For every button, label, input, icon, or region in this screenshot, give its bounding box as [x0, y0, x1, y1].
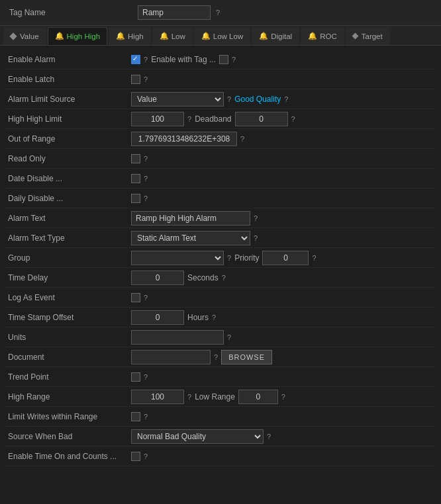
tab-digital-label: Digital: [271, 32, 292, 40]
label-limit-writes: Limit Writes within Range: [5, 412, 131, 421]
control-date-disable: ?: [131, 174, 436, 183]
bell-icon-r: 🔔: [308, 32, 317, 40]
out-of-range-q[interactable]: ?: [240, 135, 244, 143]
input-deadband[interactable]: [235, 112, 288, 126]
input-high-high-limit[interactable]: [131, 112, 184, 126]
row-alarm-text: Alarm Text ?: [5, 208, 436, 228]
enable-alarm-q[interactable]: ?: [144, 56, 148, 63]
priority-q[interactable]: ?: [312, 254, 316, 262]
checkbox-enable-alarm[interactable]: [131, 55, 140, 64]
label-enable-latch: Enable Latch: [5, 75, 131, 84]
control-time-delay: Seconds ?: [131, 271, 436, 285]
alarm-text-type-q[interactable]: ?: [254, 234, 258, 242]
tab-low[interactable]: 🔔 Low: [152, 27, 193, 45]
select-alarm-text-type[interactable]: Static Alarm Text Dynamic Alarm Text: [131, 231, 250, 245]
tab-low-low-label: Low Low: [213, 32, 243, 40]
select-group[interactable]: [131, 251, 224, 265]
deadband-q[interactable]: ?: [291, 115, 295, 123]
tag-name-input[interactable]: [138, 5, 211, 20]
tab-high-label: High: [128, 32, 144, 40]
date-disable-q[interactable]: ?: [144, 175, 148, 183]
control-read-only: ?: [131, 154, 436, 163]
control-alarm-text: ?: [131, 211, 436, 226]
tab-target[interactable]: Target: [346, 27, 390, 45]
select-source-when-bad[interactable]: Normal Bad Quality Last Known Value Spec…: [131, 429, 264, 444]
source-when-bad-q[interactable]: ?: [267, 433, 271, 441]
input-low-range[interactable]: [238, 390, 278, 404]
control-enable-latch: ?: [131, 75, 436, 84]
label-enable-time-on: Enable Time On and Counts ...: [5, 452, 131, 461]
checkbox-daily-disable[interactable]: [131, 194, 140, 203]
good-quality-q[interactable]: ?: [284, 95, 288, 103]
label-time-delay: Time Delay: [5, 273, 131, 282]
read-only-q[interactable]: ?: [144, 155, 148, 163]
daily-disable-q[interactable]: ?: [144, 194, 148, 202]
input-document[interactable]: [131, 350, 211, 364]
tab-value-label: Value: [20, 32, 39, 40]
checkbox-enable-time-on[interactable]: [131, 452, 140, 461]
input-units[interactable]: [131, 330, 224, 345]
enable-latch-q[interactable]: ?: [144, 75, 148, 83]
bell-icon-h: 🔔: [116, 32, 125, 40]
tab-low-label: Low: [172, 32, 185, 40]
document-q[interactable]: ?: [214, 353, 218, 361]
alarm-limit-source-q[interactable]: ?: [227, 95, 231, 103]
control-limit-writes: ?: [131, 412, 436, 421]
hours-label: Hours: [187, 313, 209, 322]
control-out-of-range: ?: [131, 132, 436, 146]
checkbox-read-only[interactable]: [131, 154, 140, 163]
checkbox-date-disable[interactable]: [131, 174, 140, 183]
priority-label: Priority: [234, 253, 259, 263]
enable-with-tag-q[interactable]: ?: [232, 56, 236, 63]
row-trend-point: Trend Point ?: [5, 367, 436, 387]
tab-low-low[interactable]: 🔔 Low Low: [194, 27, 250, 45]
tag-name-question[interactable]: ?: [216, 9, 220, 17]
browse-button[interactable]: BROWSE: [221, 350, 272, 364]
checkbox-trend-point[interactable]: [131, 372, 140, 382]
high-high-limit-q[interactable]: ?: [187, 115, 191, 123]
input-out-of-range[interactable]: [131, 132, 237, 146]
label-date-disable: Date Disable ...: [5, 174, 131, 183]
tab-digital[interactable]: 🔔 Digital: [252, 27, 299, 45]
group-q[interactable]: ?: [227, 254, 231, 262]
tab-high-high[interactable]: 🔔 High High: [48, 27, 108, 45]
input-timestamp-offset[interactable]: [131, 310, 184, 325]
checkbox-enable-latch[interactable]: [131, 75, 140, 84]
alarm-text-q[interactable]: ?: [254, 214, 258, 222]
row-high-range: High Range ? Low Range ?: [5, 387, 436, 407]
checkbox-limit-writes[interactable]: [131, 412, 140, 421]
input-time-delay[interactable]: [131, 271, 184, 285]
tab-roc[interactable]: 🔔 ROC: [301, 27, 344, 45]
label-read-only: Read Only: [5, 154, 131, 163]
good-quality-label[interactable]: Good Quality: [234, 95, 281, 104]
label-trend-point: Trend Point: [5, 372, 131, 382]
tab-value[interactable]: Value: [3, 27, 46, 45]
label-alarm-text: Alarm Text: [5, 214, 131, 223]
high-range-q[interactable]: ?: [187, 393, 191, 401]
enable-time-on-q[interactable]: ?: [144, 452, 148, 460]
tab-high[interactable]: 🔔 High: [109, 27, 151, 45]
bell-icon-ll: 🔔: [201, 32, 211, 40]
units-q[interactable]: ?: [227, 333, 231, 341]
input-high-range[interactable]: [131, 390, 184, 404]
enable-with-tag-label: Enable with Tag ...: [151, 55, 216, 64]
checkbox-enable-with-tag[interactable]: [219, 55, 228, 64]
row-date-disable: Date Disable ... ?: [5, 169, 436, 189]
control-timestamp-offset: Hours ?: [131, 310, 436, 325]
timestamp-offset-q[interactable]: ?: [212, 314, 216, 321]
row-daily-disable: Daily Disable ... ?: [5, 189, 436, 208]
trend-point-q[interactable]: ?: [144, 373, 148, 381]
row-alarm-text-type: Alarm Text Type Static Alarm Text Dynami…: [5, 228, 436, 248]
log-as-event-q[interactable]: ?: [144, 294, 148, 302]
input-priority[interactable]: [262, 251, 309, 265]
select-alarm-limit-source[interactable]: Value Tag Expression: [131, 92, 224, 106]
bell-icon-d: 🔔: [259, 32, 268, 40]
row-timestamp-offset: Time Stamp Offset Hours ?: [5, 308, 436, 327]
checkbox-log-as-event[interactable]: [131, 293, 140, 302]
label-high-range: High Range: [5, 392, 131, 401]
time-delay-q[interactable]: ?: [222, 274, 226, 282]
low-range-q[interactable]: ?: [281, 393, 285, 401]
limit-writes-q[interactable]: ?: [144, 413, 148, 421]
row-group: Group ? Priority ?: [5, 248, 436, 268]
input-alarm-text[interactable]: [131, 211, 250, 226]
